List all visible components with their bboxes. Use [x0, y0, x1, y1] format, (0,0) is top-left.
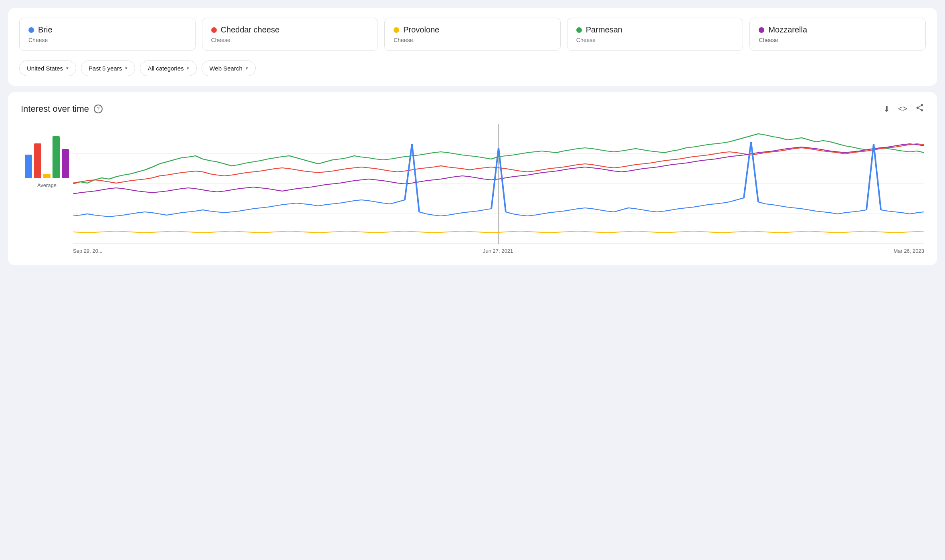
search-type-label: Web Search	[209, 65, 242, 72]
term-category-brie: Cheese	[28, 37, 186, 43]
avg-bar-4	[62, 149, 69, 178]
time-range-chevron: ▾	[125, 66, 127, 71]
chart-actions: ⬇ <>	[883, 103, 924, 114]
categories-chevron: ▾	[187, 66, 189, 71]
term-card-provolone[interactable]: Provolone Cheese	[384, 18, 561, 51]
chart-title-area: Interest over time ?	[21, 104, 103, 114]
region-filter[interactable]: United States ▾	[19, 60, 76, 76]
filters-row: United States ▾ Past 5 years ▾ All categ…	[19, 60, 926, 76]
search-type-filter[interactable]: Web Search ▾	[202, 60, 255, 76]
categories-label: All categories	[147, 65, 184, 72]
term-category-provolone: Cheese	[394, 37, 551, 43]
term-card-parmesan[interactable]: Parmesan Cheese	[567, 18, 743, 51]
term-header-cheddar: Cheddar cheese	[211, 25, 369, 34]
share-icon[interactable]	[915, 103, 924, 114]
chart-header: Interest over time ? ⬇ <>	[21, 103, 924, 114]
term-name-provolone: Provolone	[403, 25, 439, 34]
region-label: United States	[27, 65, 63, 72]
avg-bar-3	[52, 136, 60, 178]
avg-section: Average	[21, 124, 73, 254]
chart-title: Interest over time	[21, 104, 89, 114]
term-name-brie: Brie	[38, 25, 52, 34]
avg-bars	[25, 124, 69, 180]
term-name-mozzarella: Mozzarella	[768, 25, 807, 34]
download-icon[interactable]: ⬇	[883, 104, 890, 114]
top-card: Brie Cheese Cheddar cheese Cheese Provol…	[8, 8, 937, 86]
term-dot-parmesan	[576, 27, 582, 33]
help-icon[interactable]: ?	[94, 105, 103, 113]
term-name-cheddar: Cheddar cheese	[221, 25, 280, 34]
embed-icon[interactable]: <>	[898, 104, 907, 113]
region-chevron: ▾	[66, 66, 69, 71]
term-header-brie: Brie	[28, 25, 186, 34]
avg-bar-1	[34, 143, 41, 178]
avg-bar-0	[25, 155, 32, 178]
x-label-start: Sep 29, 20...	[73, 248, 103, 254]
x-label-mid: Jun 27, 2021	[483, 248, 513, 254]
time-range-label: Past 5 years	[89, 65, 122, 72]
chart-area: Average 100 75 50 25	[21, 124, 924, 254]
term-card-cheddar[interactable]: Cheddar cheese Cheese	[202, 18, 378, 51]
term-card-mozzarella[interactable]: Mozzarella Cheese	[749, 18, 926, 51]
search-type-chevron: ▾	[246, 66, 248, 71]
time-range-filter[interactable]: Past 5 years ▾	[81, 60, 135, 76]
x-axis-labels: Sep 29, 20... Jun 27, 2021 Mar 26, 2023	[73, 246, 924, 254]
term-header-parmesan: Parmesan	[576, 25, 734, 34]
line-chart-svg: 100 75 50 25	[73, 124, 924, 244]
avg-label: Average	[37, 182, 57, 188]
term-name-parmesan: Parmesan	[586, 25, 622, 34]
term-dot-brie	[28, 27, 34, 33]
avg-bar-2	[43, 174, 50, 178]
term-category-cheddar: Cheese	[211, 37, 369, 43]
terms-row: Brie Cheese Cheddar cheese Cheese Provol…	[19, 18, 926, 51]
term-category-mozzarella: Cheese	[759, 37, 917, 43]
x-label-end: Mar 26, 2023	[893, 248, 924, 254]
term-category-parmesan: Cheese	[576, 37, 734, 43]
term-dot-provolone	[394, 27, 399, 33]
term-dot-mozzarella	[759, 27, 764, 33]
term-card-brie[interactable]: Brie Cheese	[19, 18, 196, 51]
line-chart-container: 100 75 50 25 Sep 29, 20... Jun 2	[73, 124, 924, 254]
term-header-provolone: Provolone	[394, 25, 551, 34]
categories-filter[interactable]: All categories ▾	[140, 60, 197, 76]
term-header-mozzarella: Mozzarella	[759, 25, 917, 34]
term-dot-cheddar	[211, 27, 217, 33]
chart-card: Interest over time ? ⬇ <> Average	[8, 92, 937, 265]
